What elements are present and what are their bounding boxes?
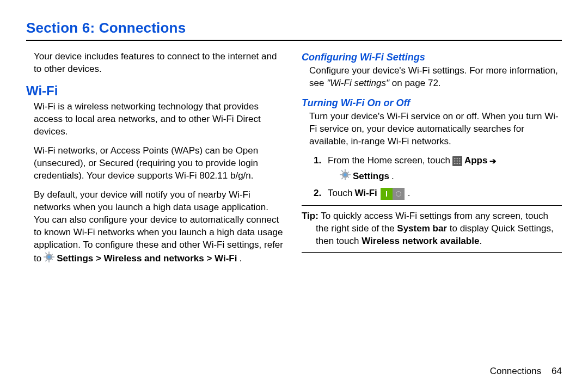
wifi-p2: Wi-Fi networks, or Access Points (WAPs) …: [34, 145, 286, 182]
tip-sysbar: System bar: [397, 223, 447, 234]
step2-dot: .: [408, 187, 411, 200]
tip-block: Tip: To quickly access Wi-Fi settings fr…: [302, 205, 562, 253]
left-column: Your device includes features to connect…: [26, 51, 286, 273]
section-title: Section 6: Connections: [26, 20, 562, 36]
columns: Your device includes features to connect…: [26, 51, 562, 273]
wifi-heading: Wi-Fi: [26, 82, 286, 100]
svg-rect-5: [45, 252, 47, 254]
svg-point-19: [344, 174, 346, 176]
step-2: 2. Touch Wi-Fi .: [314, 187, 562, 200]
apps-icon: [452, 156, 462, 166]
config-b: on page 72.: [392, 78, 441, 88]
tip-c1: then touch: [316, 236, 359, 246]
step2-wifi: Wi-Fi: [354, 187, 377, 200]
config-ref: "Wi-Fi settings": [327, 78, 389, 88]
svg-rect-2: [48, 260, 50, 262]
wifi-p3-dot: .: [239, 253, 242, 265]
step2-num: 2.: [314, 187, 326, 200]
svg-rect-4: [52, 256, 54, 258]
arrow-icon: ➔: [489, 156, 497, 167]
svg-rect-15: [341, 170, 344, 173]
wifi-p3: By default, your device will notify you …: [34, 189, 286, 266]
footer-page: 64: [552, 366, 562, 376]
svg-rect-12: [345, 178, 346, 180]
config-para: Configure your device's Wi-Fi settings. …: [309, 65, 562, 90]
turn-heading: Turning Wi-Fi On or Off: [302, 96, 562, 109]
tip-a: To quickly access Wi-Fi settings from an…: [321, 211, 548, 221]
svg-rect-3: [44, 256, 46, 258]
toggle-icon: [381, 188, 405, 200]
footer-label: Connections: [490, 366, 542, 376]
tip-wna: Wireless network available: [362, 236, 479, 246]
footer: Connections 64: [490, 366, 562, 377]
wifi-settings-path: Settings > Wireless and networks > Wi-Fi: [57, 253, 237, 265]
svg-rect-13: [340, 174, 342, 175]
turn-intro: Turn your device's Wi-Fi service on or o…: [309, 111, 562, 148]
svg-rect-8: [45, 259, 47, 261]
step1-apps: Apps: [464, 155, 488, 167]
step1-dot: .: [391, 170, 394, 183]
divider: [26, 40, 562, 41]
step1-a: From the Home screen, touch: [328, 155, 450, 167]
tip-c2: .: [479, 236, 482, 246]
step1-num: 1.: [314, 155, 326, 167]
svg-rect-1: [48, 252, 50, 254]
step-1: 1. From the Home screen, touch Apps ➔: [314, 155, 562, 184]
svg-rect-18: [341, 177, 344, 180]
right-column: Configuring Wi-Fi Settings Configure you…: [302, 51, 562, 273]
gear-icon: [340, 169, 351, 184]
wifi-p3-to: to: [34, 253, 41, 265]
intro-text: Your device includes features to connect…: [34, 51, 286, 76]
step1-settings: Settings: [353, 170, 389, 183]
svg-rect-11: [345, 169, 346, 171]
tip-b2: to display Quick Settings,: [450, 223, 554, 234]
svg-rect-14: [348, 174, 351, 175]
config-heading: Configuring Wi-Fi Settings: [302, 51, 562, 64]
tip-label: Tip:: [302, 211, 318, 221]
wifi-p1: Wi-Fi is a wireless networking technolog…: [34, 101, 286, 138]
gear-icon: [44, 252, 54, 266]
wifi-p3-a: By default, your device will notify you …: [34, 189, 283, 250]
tip-b1: the right side of the: [316, 223, 395, 234]
svg-point-9: [48, 255, 51, 258]
step2-a: Touch: [328, 187, 352, 200]
